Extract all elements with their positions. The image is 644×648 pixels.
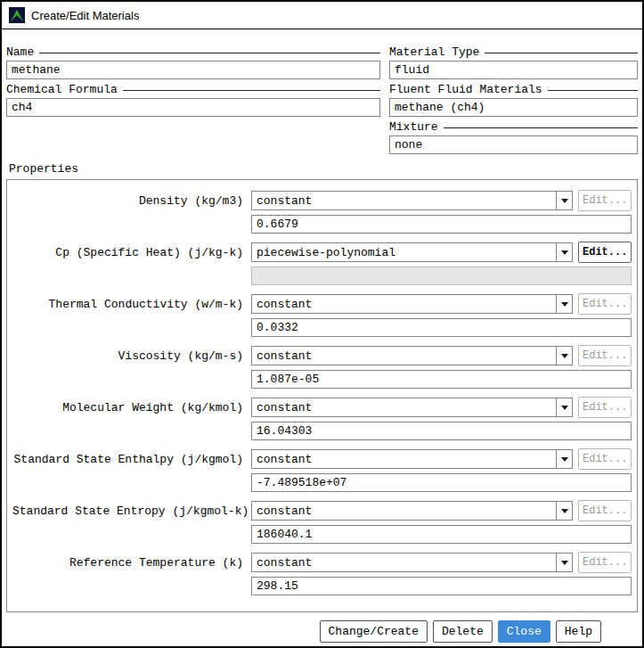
label-rule [123, 90, 380, 91]
help-button[interactable]: Help [556, 620, 601, 643]
density-edit-button: Edit... [578, 190, 632, 211]
titlebar: Create/Edit Materials [2, 2, 642, 29]
property-row-reference-temperature: Reference Temperature (k) constant Edit.… [12, 552, 632, 595]
properties-group-label: Properties [9, 162, 638, 177]
chevron-down-icon [556, 554, 572, 571]
std-state-entropy-edit-button: Edit... [578, 500, 632, 521]
chevron-down-icon [556, 502, 572, 520]
thermal-conductivity-method-dropdown[interactable]: constant [251, 294, 573, 314]
chemical-formula-label: Chemical Formula [6, 81, 380, 98]
change-create-button[interactable]: Change/Create [320, 620, 428, 643]
std-state-entropy-label: Standard State Entropy (j/kgmol-k) [12, 504, 246, 518]
fluent-fluid-materials-label: Fluent Fluid Materials [389, 81, 638, 98]
property-row-cp: Cp (Specific Heat) (j/kg-k) piecewise-po… [12, 242, 632, 285]
thermal-conductivity-value-input[interactable]: 0.0332 [251, 318, 632, 337]
reference-temperature-value-input[interactable]: 298.15 [251, 577, 632, 595]
create-edit-materials-dialog: Create/Edit Materials Name methane Chemi… [0, 0, 644, 648]
material-type-dropdown[interactable]: fluid [389, 61, 638, 79]
cp-label: Cp (Specific Heat) (j/kg-k) [12, 246, 246, 259]
std-state-enthalpy-label: Standard State Enthalpy (j/kgmol) [12, 453, 246, 466]
cp-method-dropdown[interactable]: piecewise-polynomial [251, 242, 573, 262]
label-rule [548, 90, 638, 91]
property-row-molecular-weight: Molecular Weight (kg/kmol) constant Edit… [12, 397, 632, 440]
label-rule [444, 127, 638, 128]
reference-temperature-label: Reference Temperature (k) [12, 556, 246, 570]
thermal-conductivity-label: Thermal Conductivity (w/m-k) [12, 298, 246, 311]
properties-group: Density (kg/m3) constant Edit... 0.6679 … [6, 179, 638, 612]
property-row-thermal-conductivity: Thermal Conductivity (w/m-k) constant Ed… [12, 293, 632, 337]
name-label: Name [6, 44, 380, 61]
name-input[interactable]: methane [6, 61, 380, 79]
molecular-weight-label: Molecular Weight (kg/kmol) [12, 401, 246, 414]
chevron-down-icon [556, 192, 572, 209]
window-title: Create/Edit Materials [31, 9, 139, 22]
label-rule [39, 53, 380, 53]
molecular-weight-edit-button: Edit... [578, 397, 632, 418]
property-row-density: Density (kg/m3) constant Edit... 0.6679 [12, 190, 632, 234]
chevron-down-icon [556, 243, 572, 261]
reference-temperature-edit-button: Edit... [578, 552, 632, 573]
viscosity-value-input[interactable]: 1.087e-05 [251, 370, 632, 389]
std-state-entropy-value-input[interactable]: 186040.1 [251, 525, 632, 544]
chevron-down-icon [556, 450, 572, 468]
material-identity-section: Name methane Chemical Formula ch4 Materi… [6, 44, 638, 156]
chevron-down-icon [556, 398, 572, 416]
thermal-conductivity-edit-button: Edit... [578, 293, 632, 315]
density-value-input[interactable]: 0.6679 [251, 215, 632, 234]
right-column: Material Type fluid Fluent Fluid Materia… [389, 44, 638, 156]
mixture-dropdown[interactable]: none [389, 135, 638, 154]
label-rule [485, 53, 638, 53]
fluent-app-icon [9, 7, 25, 23]
close-button[interactable]: Close [498, 620, 550, 643]
viscosity-method-dropdown[interactable]: constant [251, 346, 573, 365]
std-state-enthalpy-value-input[interactable]: -7.489518e+07 [251, 473, 632, 492]
std-state-enthalpy-edit-button: Edit... [578, 448, 632, 470]
density-method-dropdown[interactable]: constant [251, 191, 573, 210]
molecular-weight-value-input[interactable]: 16.04303 [251, 422, 632, 440]
cp-value-input [251, 267, 632, 285]
chemical-formula-input[interactable]: ch4 [6, 98, 380, 117]
std-state-entropy-method-dropdown[interactable]: constant [251, 501, 573, 521]
property-row-std-state-entropy: Standard State Entropy (j/kgmol-k) const… [12, 500, 632, 544]
chevron-down-icon [556, 295, 572, 313]
density-label: Density (kg/m3) [12, 194, 246, 208]
material-type-label: Material Type [389, 44, 638, 61]
left-column: Name methane Chemical Formula ch4 [6, 44, 380, 156]
delete-button[interactable]: Delete [433, 620, 493, 643]
std-state-enthalpy-method-dropdown[interactable]: constant [251, 449, 573, 469]
mixture-label: Mixture [389, 119, 638, 135]
viscosity-edit-button: Edit... [578, 345, 632, 366]
property-row-viscosity: Viscosity (kg/m-s) constant Edit... 1.08… [12, 345, 632, 389]
property-row-std-state-enthalpy: Standard State Enthalpy (j/kgmol) consta… [12, 448, 632, 492]
chevron-down-icon [556, 347, 572, 365]
viscosity-label: Viscosity (kg/m-s) [12, 349, 246, 363]
footer-button-bar: Change/Create Delete Close Help [6, 620, 638, 643]
reference-temperature-method-dropdown[interactable]: constant [251, 553, 573, 572]
fluent-fluid-materials-dropdown[interactable]: methane (ch4) [389, 98, 638, 117]
cp-edit-button[interactable]: Edit... [578, 242, 632, 263]
molecular-weight-method-dropdown[interactable]: constant [251, 398, 573, 417]
